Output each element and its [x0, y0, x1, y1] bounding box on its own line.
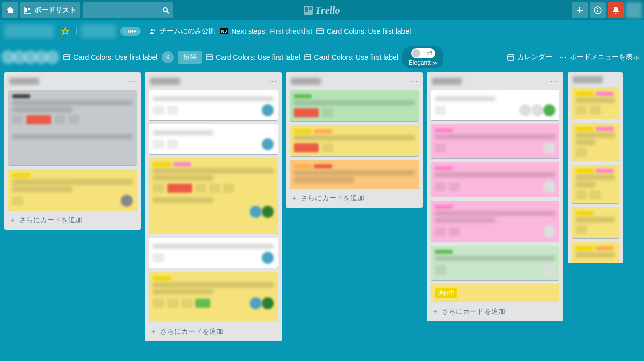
card-icon — [206, 54, 213, 61]
svg-point-8 — [151, 29, 153, 31]
people-icon — [149, 28, 156, 35]
home-button[interactable] — [2, 2, 18, 18]
card-colors-4[interactable]: Card Colors: Use first label — [304, 50, 398, 64]
search-input[interactable] — [83, 2, 173, 18]
card[interactable] — [572, 207, 619, 238]
card[interactable] — [572, 242, 619, 263]
card[interactable] — [149, 158, 278, 234]
card[interactable] — [8, 169, 137, 211]
user-avatar[interactable] — [626, 2, 642, 18]
list-title[interactable] — [291, 78, 321, 85]
svg-rect-11 — [64, 55, 70, 60]
team-name[interactable] — [81, 24, 116, 38]
svg-rect-10 — [317, 29, 323, 34]
card[interactable] — [572, 123, 619, 161]
card[interactable] — [149, 238, 278, 268]
card[interactable] — [431, 124, 559, 158]
info-icon — [594, 6, 602, 14]
board-bar: Free チームにのみ公開 NJ Next steps: First check… — [0, 20, 644, 72]
elegantt-toggle[interactable]: off — [411, 48, 435, 58]
card-icon — [316, 28, 324, 35]
board-members[interactable] — [4, 50, 59, 64]
svg-rect-13 — [305, 55, 311, 60]
list-title[interactable] — [432, 78, 462, 85]
search-icon — [162, 7, 169, 14]
list-title[interactable] — [150, 78, 180, 85]
svg-rect-1 — [25, 8, 27, 12]
visibility-button[interactable]: チームにのみ公開 — [149, 24, 216, 38]
progress-badge: 進行中 — [435, 288, 457, 298]
add-card-button[interactable]: ＋ さらにカードを追加 — [145, 322, 282, 341]
notifications-button[interactable] — [608, 2, 624, 18]
list-title[interactable] — [9, 78, 39, 85]
card-colors-1[interactable]: Card Colors: Use first label — [316, 24, 411, 38]
calendar-link[interactable]: カレンダー — [507, 50, 552, 64]
list-menu-button[interactable]: ⋯ — [550, 76, 558, 86]
card[interactable] — [290, 125, 419, 156]
logo[interactable]: Trello — [304, 5, 340, 16]
card-colors-3[interactable]: Card Colors: Use first label — [206, 50, 300, 64]
boards-button[interactable]: ボードリスト — [20, 2, 80, 18]
star-icon — [61, 27, 69, 35]
list: ⋯ ＋ さらにカードを追加 — [286, 72, 423, 208]
list: ⋯ — [145, 72, 282, 341]
card-colors-2[interactable]: Card Colors: Use first label — [63, 50, 157, 64]
trello-icon — [24, 7, 31, 14]
info-button[interactable] — [590, 2, 606, 18]
card[interactable] — [149, 124, 278, 154]
list-menu-button[interactable]: ⋯ — [269, 76, 277, 86]
topbar: ボードリスト Trello — [0, 0, 644, 20]
filter-count[interactable]: 9 — [162, 51, 174, 63]
show-menu-button[interactable]: ⋯ ボードメニューを表示 — [559, 50, 640, 64]
svg-rect-14 — [508, 55, 514, 60]
home-icon — [6, 6, 14, 14]
card[interactable] — [431, 246, 559, 280]
card-icon — [304, 54, 311, 61]
add-button[interactable] — [572, 2, 588, 18]
card[interactable] — [290, 90, 419, 121]
list-menu-button[interactable]: ⋯ — [410, 76, 418, 86]
card[interactable] — [149, 272, 278, 322]
calendar-icon — [507, 54, 514, 61]
card[interactable]: 進行中 — [431, 284, 559, 302]
svg-point-9 — [153, 30, 155, 31]
svg-rect-12 — [206, 55, 212, 60]
card-icon — [63, 54, 70, 61]
list: ⋯ ＋ さらにカードを追加 — [4, 72, 141, 230]
board-canvas[interactable]: ⋯ ＋ さらにカードを追加 ⋯ — [0, 72, 644, 361]
svg-rect-5 — [305, 7, 308, 12]
card[interactable] — [8, 90, 137, 165]
elegantt-powerup[interactable]: off Elegantt ≫ — [403, 46, 443, 68]
card[interactable] — [572, 87, 619, 119]
card[interactable] — [572, 165, 619, 203]
card[interactable] — [431, 201, 559, 242]
card[interactable] — [431, 162, 559, 197]
board-name[interactable] — [4, 24, 54, 38]
list-title[interactable] — [573, 76, 603, 83]
star-button[interactable] — [58, 24, 72, 38]
svg-point-3 — [163, 8, 167, 12]
svg-rect-6 — [309, 7, 312, 10]
boards-label: ボードリスト — [34, 6, 76, 15]
card[interactable] — [149, 90, 278, 120]
trello-logo-icon — [304, 6, 313, 15]
card[interactable] — [290, 160, 419, 189]
bell-icon — [612, 6, 620, 14]
add-card-button[interactable]: ＋ さらにカードを追加 — [427, 302, 564, 321]
add-card-button[interactable]: ＋ さらにカードを追加 — [286, 189, 423, 208]
next-steps[interactable]: NJ Next steps: First checklist — [220, 24, 312, 38]
list: ⋯ — [427, 72, 564, 321]
svg-rect-2 — [28, 8, 30, 10]
card[interactable] — [431, 90, 559, 120]
add-card-button[interactable]: ＋ さらにカードを追加 — [4, 211, 141, 230]
invite-button[interactable]: 招待 — [178, 51, 202, 64]
dots-icon: ⋯ — [559, 53, 567, 61]
list-menu-button[interactable]: ⋯ — [128, 76, 136, 86]
plus-icon — [576, 6, 584, 14]
list — [568, 72, 623, 263]
free-badge: Free — [120, 27, 141, 36]
